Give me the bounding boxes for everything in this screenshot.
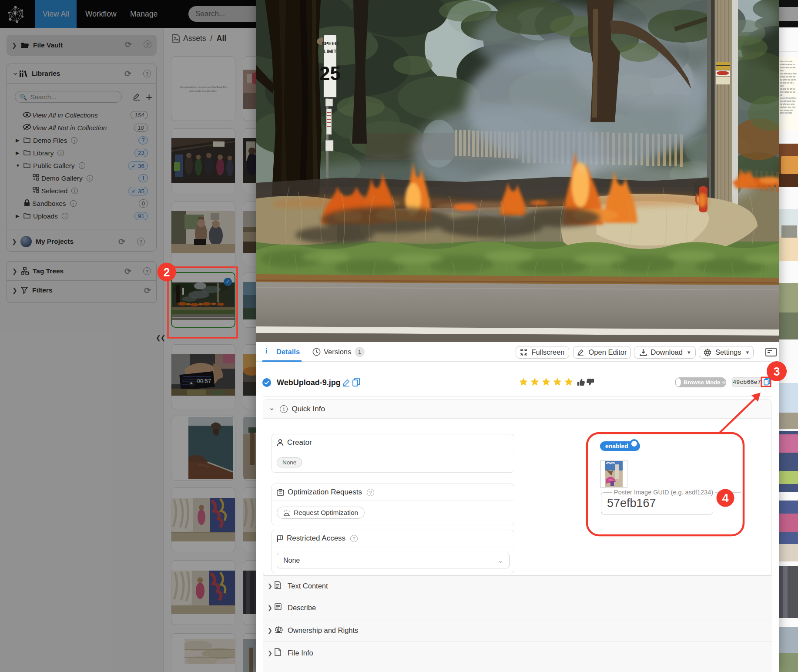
svg-text:4: 4 (722, 492, 728, 505)
svg-text:3: 3 (773, 365, 780, 378)
svg-text:2: 2 (163, 266, 170, 279)
